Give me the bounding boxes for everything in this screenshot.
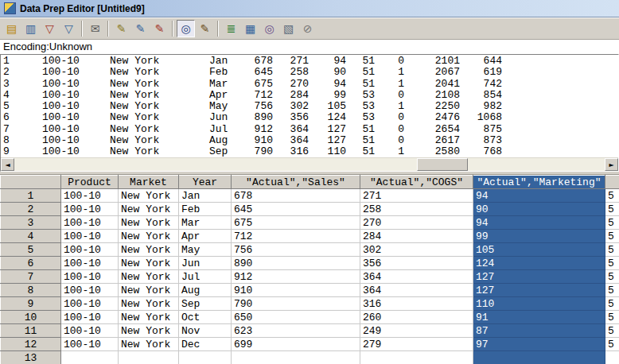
grid-cell[interactable]: New York <box>119 203 179 216</box>
grid-row-number[interactable]: 2 <box>1 203 61 216</box>
grid-cell[interactable]: 100-10 <box>61 270 119 284</box>
grid-cell[interactable]: 364 <box>360 284 473 297</box>
ignore-field-button[interactable]: ⊘ <box>298 20 317 37</box>
set-column-button[interactable]: ▧ <box>279 20 298 37</box>
grid-cell[interactable]: New York <box>119 270 179 284</box>
grid-cell[interactable]: Jul <box>179 270 232 284</box>
grid-cell[interactable]: New York <box>119 297 179 311</box>
grid-cell[interactable]: 270 <box>360 216 473 230</box>
grid-column-header[interactable]: Product <box>61 176 119 189</box>
grid-cell[interactable]: New York <box>119 189 179 203</box>
grid-cell[interactable]: 790 <box>232 297 360 311</box>
grid-cell[interactable]: 5 <box>605 324 619 338</box>
grid-cell[interactable]: 271 <box>360 189 473 203</box>
grid-cell[interactable]: New York <box>119 311 179 324</box>
grid-cell[interactable]: 100-10 <box>61 189 119 203</box>
grid-cell[interactable]: Dec <box>179 338 232 351</box>
grid-cell[interactable]: 5 <box>605 243 619 257</box>
grid-cell[interactable]: 316 <box>360 297 473 311</box>
grid-cell[interactable]: Oct <box>179 311 232 324</box>
data-prep-grid-button[interactable]: ◎ <box>177 20 195 37</box>
grid-cell[interactable]: 645 <box>232 203 360 216</box>
grid-cell[interactable]: 5 <box>605 257 619 270</box>
grid-column-header[interactable]: "Actual","Marketing" <box>473 176 605 189</box>
grid-cell[interactable]: 5 <box>605 284 619 297</box>
dimension-tree-button[interactable]: ≣ <box>222 20 240 37</box>
grid-cell[interactable] <box>360 351 473 364</box>
grid-cell[interactable]: New York <box>119 324 179 338</box>
open-sql-button[interactable]: ▥ <box>21 20 40 37</box>
grid-row-number[interactable]: 6 <box>1 257 61 270</box>
grid-cell[interactable]: 678 <box>232 189 360 203</box>
grid-row-number[interactable]: 4 <box>1 230 61 243</box>
grid-row-number[interactable]: 7 <box>1 270 61 284</box>
grid-cell[interactable]: New York <box>119 257 179 270</box>
grid-cell[interactable]: 100-10 <box>61 243 119 257</box>
grid-row-number[interactable]: 8 <box>1 284 61 297</box>
grid-row-number[interactable]: 10 <box>1 311 61 324</box>
grid-row-number[interactable]: 5 <box>1 243 61 257</box>
grid-cell[interactable]: 364 <box>360 270 473 284</box>
grid-cell[interactable]: 890 <box>232 257 360 270</box>
grid-cell[interactable]: 356 <box>360 257 473 270</box>
grid-cell[interactable]: 258 <box>360 203 473 216</box>
grid-cell[interactable]: 699 <box>232 338 360 351</box>
grid-cell[interactable]: 100-10 <box>61 338 119 351</box>
grid-cell[interactable]: 5 <box>605 338 619 351</box>
grid-cell[interactable] <box>605 351 619 364</box>
new-field-button[interactable]: ✎ <box>112 20 130 37</box>
grid-cell[interactable]: 97 <box>473 338 605 351</box>
grid-cell[interactable]: 712 <box>232 230 360 243</box>
grid-cell[interactable]: 105 <box>473 243 605 257</box>
app-icon[interactable] <box>4 2 16 14</box>
grid-cell[interactable]: 100-10 <box>61 230 119 243</box>
grid-column-header[interactable]: Market <box>119 176 179 189</box>
grid-cell[interactable]: 100-10 <box>61 324 119 338</box>
grid-cell[interactable]: 94 <box>473 216 605 230</box>
grid-cell[interactable]: 623 <box>232 324 360 338</box>
grid-cell[interactable]: 756 <box>232 243 360 257</box>
grid-cell[interactable]: 5 <box>605 203 619 216</box>
data-filter-button[interactable]: ▽ <box>60 20 78 37</box>
grid-row-number[interactable]: 9 <box>1 297 61 311</box>
grid-cell[interactable] <box>119 351 179 364</box>
grid-cell[interactable]: 260 <box>360 311 473 324</box>
grid-cell[interactable]: 284 <box>360 230 473 243</box>
grid-cell[interactable]: 910 <box>232 284 360 297</box>
grid-cell[interactable]: 912 <box>232 270 360 284</box>
grid-cell[interactable] <box>473 351 605 364</box>
grid-cell[interactable]: 100-10 <box>61 311 119 324</box>
grid-cell[interactable]: Nov <box>179 324 232 338</box>
grid-column-header[interactable]: "Actual","COGS" <box>360 176 473 189</box>
grid-column-header[interactable]: "Actual","Sales" <box>232 176 360 189</box>
grid-column-header[interactable] <box>605 176 619 189</box>
scroll-left-button[interactable]: ◄ <box>1 158 14 171</box>
grid-cell[interactable]: 91 <box>473 311 605 324</box>
horizontal-scrollbar[interactable]: ◄ ► <box>1 157 618 171</box>
grid-row-number[interactable]: 13 <box>1 351 61 364</box>
grid-cell[interactable]: 675 <box>232 216 360 230</box>
grid-cell[interactable]: New York <box>119 216 179 230</box>
grid-cell[interactable] <box>179 351 232 364</box>
grid-row-number[interactable]: 1 <box>1 189 61 203</box>
grid-cell[interactable]: Jan <box>179 189 232 203</box>
grid-cell[interactable]: 87 <box>473 324 605 338</box>
open-data-file-button[interactable]: ▤ <box>2 20 21 37</box>
grid-cell[interactable]: 5 <box>605 216 619 230</box>
scroll-right-button[interactable]: ► <box>605 158 618 171</box>
grid-table[interactable]: ProductMarketYear"Actual","Sales""Actual… <box>0 175 619 364</box>
grid-row-number[interactable]: 11 <box>1 324 61 338</box>
grid-row-number[interactable]: 3 <box>1 216 61 230</box>
grid-column-header[interactable]: Year <box>179 176 232 189</box>
grid-cell[interactable]: 100-10 <box>61 257 119 270</box>
grid-cell[interactable]: 90 <box>473 203 605 216</box>
grid-cell[interactable]: New York <box>119 338 179 351</box>
grid-cell[interactable]: 100-10 <box>61 284 119 297</box>
clear-filter-button[interactable]: ▽ <box>41 20 59 37</box>
grid-cell[interactable]: 127 <box>473 270 605 284</box>
grid-cell[interactable]: New York <box>119 243 179 257</box>
grid-cell[interactable]: May <box>179 243 232 257</box>
grid-cell[interactable]: 650 <box>232 311 360 324</box>
text-pane[interactable]: 1100-10New YorkJan6782719451021016442100… <box>1 55 618 157</box>
grid-cell[interactable] <box>232 351 360 364</box>
